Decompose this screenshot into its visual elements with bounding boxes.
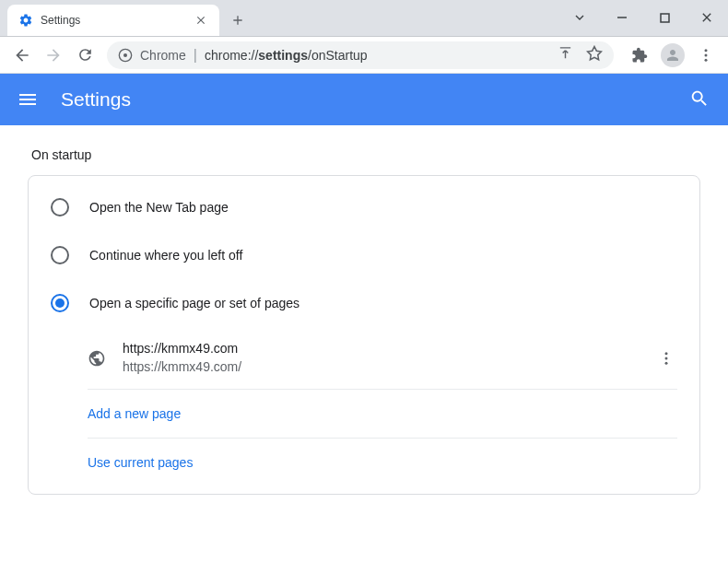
reload-button[interactable]: [70, 41, 100, 70]
omnibox-separator: |: [194, 47, 197, 64]
page-list: https://kmmx49.com https://kmmx49.com/ A…: [29, 327, 699, 486]
svg-point-5: [705, 53, 708, 56]
omnibox-label: Chrome: [140, 48, 186, 63]
page-item: https://kmmx49.com https://kmmx49.com/: [88, 327, 677, 390]
titlebar: Settings: [0, 0, 728, 37]
radio-label: Continue where you left off: [89, 248, 242, 263]
page-item-url: https://kmmx49.com/: [123, 358, 655, 377]
extensions-icon[interactable]: [625, 41, 654, 70]
radio-new-tab[interactable]: Open the New Tab page: [29, 183, 699, 231]
site-info-icon[interactable]: [118, 48, 133, 63]
svg-rect-1: [661, 14, 669, 22]
page-title: Settings: [61, 88, 689, 111]
hamburger-icon[interactable]: [17, 88, 39, 111]
use-current-link[interactable]: Use current pages: [88, 439, 677, 486]
svg-point-3: [123, 53, 127, 57]
globe-icon: [88, 349, 106, 368]
app-header: Settings: [0, 74, 728, 125]
new-tab-button[interactable]: [225, 7, 251, 33]
startup-card: Open the New Tab page Continue where you…: [28, 175, 700, 495]
radio-label: Open the New Tab page: [89, 200, 229, 215]
svg-point-8: [665, 357, 668, 359]
radio-icon: [51, 198, 69, 216]
search-icon[interactable]: [689, 88, 711, 111]
svg-point-6: [705, 58, 708, 61]
chevron-down-icon[interactable]: [558, 0, 601, 36]
omnibox[interactable]: Chrome | chrome://settings/onStartup: [107, 41, 614, 69]
gear-icon: [18, 13, 33, 28]
page-info: https://kmmx49.com https://kmmx49.com/: [123, 340, 655, 376]
radio-icon: [51, 294, 69, 312]
bookmark-icon[interactable]: [586, 45, 603, 65]
section-title: On startup: [28, 147, 700, 162]
profile-avatar[interactable]: [658, 41, 687, 70]
back-button[interactable]: [7, 41, 37, 70]
svg-point-7: [665, 352, 668, 355]
window-controls: [558, 0, 728, 36]
maximize-button[interactable]: [643, 0, 686, 36]
svg-point-4: [705, 49, 708, 52]
tab-title: Settings: [41, 14, 194, 27]
page-item-menu[interactable]: [655, 347, 677, 369]
browser-tab[interactable]: Settings: [7, 5, 219, 36]
close-icon[interactable]: [194, 13, 208, 28]
radio-label: Open a specific page or set of pages: [89, 296, 299, 310]
close-button[interactable]: [686, 0, 728, 36]
menu-icon[interactable]: [691, 41, 721, 70]
minimize-button[interactable]: [601, 0, 643, 36]
radio-icon: [51, 246, 69, 264]
toolbar: Chrome | chrome://settings/onStartup: [0, 37, 728, 74]
share-icon[interactable]: [558, 45, 573, 64]
omnibox-url: chrome://settings/onStartup: [205, 48, 368, 63]
page-item-title: https://kmmx49.com: [123, 340, 655, 358]
radio-continue[interactable]: Continue where you left off: [29, 231, 699, 279]
forward-button[interactable]: [39, 41, 68, 70]
add-page-link[interactable]: Add a new page: [88, 390, 677, 439]
radio-specific-pages[interactable]: Open a specific page or set of pages: [29, 279, 699, 327]
content: On startup Open the New Tab page Continu…: [0, 125, 728, 517]
svg-point-9: [665, 361, 668, 364]
